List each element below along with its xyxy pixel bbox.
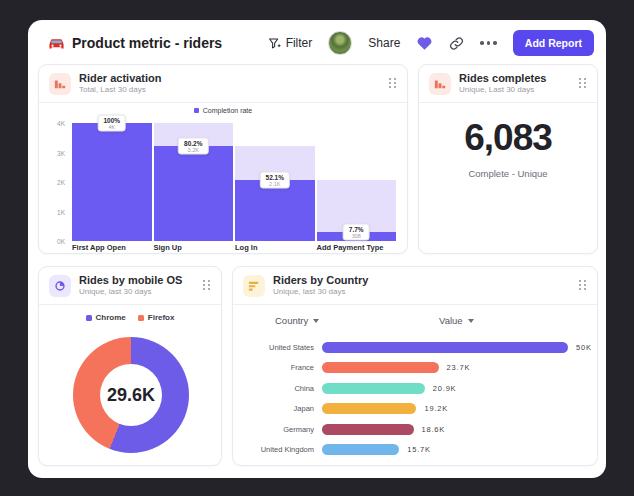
- donut-legend: Chrome Firefox: [39, 313, 221, 322]
- card-title: Rides by mobile OS: [79, 274, 182, 288]
- user-avatar[interactable]: [328, 31, 352, 55]
- card-subtitle: Unique, last 30 days: [79, 287, 182, 297]
- card-rides-completes: Rides completes Unique, Last 30 days 6,0…: [418, 64, 598, 254]
- table-row[interactable]: China 20.9K: [237, 378, 593, 399]
- country-rows: United States 50K France 23.7K China 20.…: [237, 337, 593, 460]
- funnel-label: 80.2% 3.2K: [178, 138, 208, 155]
- funnel-step[interactable]: 80.2% 3.2K: [154, 123, 234, 241]
- card-menu-icon[interactable]: [389, 78, 397, 88]
- share-button[interactable]: Share: [368, 36, 400, 50]
- table-row[interactable]: United Kingdom 15.7K: [237, 440, 593, 461]
- chevron-down-icon: [313, 319, 319, 323]
- country-label: United States: [237, 343, 314, 352]
- filter-funnel-icon: [268, 37, 281, 50]
- dashboard-header: Product metric - riders Filter Share: [28, 20, 606, 66]
- funnel-bar: [235, 180, 315, 241]
- more-options-icon[interactable]: [480, 41, 497, 45]
- country-label: China: [237, 384, 314, 393]
- country-value: 20.9K: [433, 384, 457, 393]
- country-value: 23.7K: [447, 363, 471, 372]
- legend-dot: [194, 108, 199, 113]
- donut-center-value: 29.6K: [73, 337, 189, 453]
- card-header: Rides completes Unique, Last 30 days: [419, 65, 597, 103]
- card-title: Riders by Country: [273, 274, 368, 288]
- card-header: Riders by Country Unique, last 30 days: [233, 267, 597, 305]
- y-tick: 0K: [39, 238, 65, 245]
- funnel-chart-icon: [429, 73, 451, 95]
- funnel-pct: 80.2%: [184, 140, 202, 147]
- table-row[interactable]: Germany 18.6K: [237, 419, 593, 440]
- funnel-pct: 100%: [103, 117, 120, 124]
- funnel-legend: Completion rate: [39, 107, 407, 114]
- table-row[interactable]: Japan 19.2K: [237, 399, 593, 420]
- country-bar: [322, 444, 399, 455]
- funnel-step[interactable]: 52.1% 2.1K: [235, 123, 315, 241]
- step-label: First App Open: [72, 243, 152, 252]
- share-label: Share: [368, 36, 400, 50]
- card-menu-icon[interactable]: [579, 280, 587, 290]
- page-title: Product metric - riders: [48, 35, 222, 51]
- card-menu-icon[interactable]: [579, 78, 587, 88]
- car-icon: [48, 37, 65, 50]
- funnel-label: 7.7% 308: [343, 223, 370, 240]
- country-bar: [322, 383, 425, 394]
- country-value: 19.2K: [424, 404, 448, 413]
- page-title-text: Product metric - riders: [72, 35, 222, 51]
- funnel-step[interactable]: 7.7% 308: [317, 123, 397, 241]
- legend-label: Firefox: [148, 313, 175, 322]
- card-header: Rider activation Total, Last 30 days: [39, 65, 407, 103]
- country-value: 50K: [576, 343, 592, 352]
- step-label: Sign Up: [154, 243, 234, 252]
- funnel-bar: [154, 146, 234, 241]
- legend-dot: [138, 315, 144, 321]
- y-tick: 3K: [39, 150, 65, 157]
- funnel-value: 3.2K: [184, 147, 202, 153]
- column-header-value[interactable]: Value: [439, 315, 474, 326]
- country-value: 18.6K: [422, 425, 446, 434]
- step-label: Add Payment Type: [317, 243, 397, 252]
- card-subtitle: Unique, last 30 days: [273, 287, 368, 297]
- y-tick: 4K: [39, 120, 65, 127]
- legend-item-chrome[interactable]: Chrome: [86, 313, 126, 322]
- funnel-plot: 100% 4K 80.2% 3.2K 52.1% 2.1K: [72, 123, 396, 241]
- bar-chart-icon: [243, 275, 265, 297]
- add-report-button[interactable]: Add Report: [513, 30, 594, 56]
- column-label: Country: [275, 315, 308, 326]
- country-bar: [322, 362, 439, 373]
- favorite-heart-icon[interactable]: [416, 36, 433, 51]
- step-label: Log In: [235, 243, 315, 252]
- card-rides-by-mobile-os: Rides by mobile OS Unique, last 30 days …: [38, 266, 222, 466]
- funnel-pct: 7.7%: [349, 225, 364, 232]
- country-bar: [322, 342, 568, 353]
- card-header: Rides by mobile OS Unique, last 30 days: [39, 267, 221, 305]
- metric-caption: Complete - Unique: [419, 168, 597, 179]
- funnel-value: 2.1K: [266, 180, 284, 186]
- table-row[interactable]: United States 50K: [237, 337, 593, 358]
- link-icon[interactable]: [449, 36, 464, 51]
- table-row[interactable]: France 23.7K: [237, 358, 593, 379]
- funnel-label: 52.1% 2.1K: [260, 171, 290, 188]
- metric-value: 6,083: [419, 117, 597, 159]
- country-label: France: [237, 363, 314, 372]
- funnel-label: 100% 4K: [97, 115, 126, 132]
- legend-dot: [86, 315, 92, 321]
- country-label: Germany: [237, 425, 314, 434]
- column-header-country[interactable]: Country: [275, 315, 319, 326]
- card-title: Rides completes: [459, 72, 546, 86]
- funnel-x-labels: First App Open Sign Up Log In Add Paymen…: [72, 243, 396, 252]
- y-tick: 1K: [39, 209, 65, 216]
- card-riders-by-country: Riders by Country Unique, last 30 days C…: [232, 266, 598, 466]
- filter-button[interactable]: Filter: [268, 36, 313, 50]
- card-menu-icon[interactable]: [203, 280, 211, 290]
- card-subtitle: Total, Last 30 days: [79, 85, 162, 95]
- metric-display: 6,083 Complete - Unique: [419, 117, 597, 179]
- funnel-pct: 52.1%: [266, 173, 284, 180]
- country-bar: [322, 424, 414, 435]
- legend-item-firefox[interactable]: Firefox: [138, 313, 175, 322]
- funnel-chart-icon: [49, 73, 71, 95]
- country-label: Japan: [237, 404, 314, 413]
- funnel-bar: [72, 123, 152, 241]
- funnel-step[interactable]: 100% 4K: [72, 123, 152, 241]
- legend-label: Completion rate: [203, 107, 252, 114]
- country-bar: [322, 403, 416, 414]
